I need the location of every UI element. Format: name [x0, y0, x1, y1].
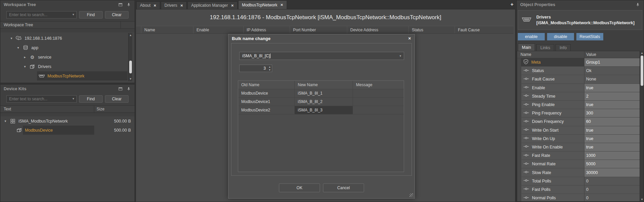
- device-kits-clear-button[interactable]: Clear: [105, 95, 129, 103]
- slot-icon: [523, 144, 529, 149]
- expander-icon[interactable]: ▸: [23, 55, 27, 59]
- close-icon[interactable]: ✕: [231, 4, 234, 7]
- expander-icon[interactable]: ▾: [3, 119, 7, 123]
- slot-icon: [523, 162, 529, 167]
- device-kits-search-box: ▼: [6, 95, 77, 103]
- selected-object-type: [iSMA_ModbusTcpNetwork::ModbusTcpNetwork…: [536, 20, 635, 26]
- ok-button[interactable]: OK: [279, 183, 320, 192]
- property-row[interactable]: Status Ok: [517, 67, 641, 75]
- tab-about[interactable]: About ✕: [136, 1, 160, 9]
- rename-row[interactable]: ModbusDevice2 iSMA_B_8I_3: [238, 106, 404, 114]
- device-kits-title: Device Kits: [4, 87, 26, 91]
- add-tab-button[interactable]: +: [510, 1, 513, 7]
- tab-drivers[interactable]: Drivers ✕: [161, 1, 187, 9]
- expander-icon[interactable]: ▾: [16, 46, 20, 49]
- kit-row[interactable]: ▾ iSMA_ModbusTcpNetwork 500.00 B: [1, 116, 134, 126]
- slot-icon: [523, 178, 529, 183]
- close-icon[interactable]: ✕: [153, 4, 156, 7]
- dialog-titlebar[interactable]: Bulk name change ✕: [228, 34, 415, 42]
- dialog-title: Bulk name change: [232, 36, 271, 41]
- tab-modbustcpnetwork[interactable]: ModbusTcpNetwork ✕: [238, 0, 287, 9]
- property-row[interactable]: Fast Polls 0: [517, 186, 641, 194]
- workspace-clear-button[interactable]: Clear: [105, 11, 129, 19]
- device-kits-search-input[interactable]: [7, 96, 76, 102]
- pin-icon[interactable]: [126, 2, 131, 7]
- tree-node-service[interactable]: ▸ ⚙ service: [1, 53, 128, 62]
- property-row[interactable]: Down Frequency 60: [517, 117, 641, 126]
- expander-icon[interactable]: ▾: [9, 36, 13, 40]
- pin-icon[interactable]: [126, 87, 131, 91]
- property-row[interactable]: Total Polls 0: [517, 177, 641, 186]
- property-row[interactable]: Ping Frequency 300: [517, 109, 641, 117]
- property-row[interactable]: Normal Rate 5000: [517, 160, 641, 168]
- slot-icon: [523, 153, 529, 158]
- tab-info[interactable]: Info: [556, 44, 571, 51]
- property-row[interactable]: Fast Rate 1000: [517, 152, 641, 160]
- close-icon[interactable]: ✕: [280, 3, 283, 7]
- properties-scrollbar[interactable]: ▲ ▼: [640, 51, 644, 202]
- bulk-name-change-dialog: Bulk name change ✕ iSMA_B_8I_[C] ▼ 3 ▲▼ …: [228, 34, 415, 199]
- selected-object-name: Drivers: [536, 14, 635, 20]
- workspace-tree-panel: Workspace Tree ▼ Find Clear Workspace Tr…: [0, 0, 135, 83]
- tree-node-drivers[interactable]: ▾ Drivers: [1, 62, 128, 71]
- minimize-icon[interactable]: [118, 87, 123, 91]
- cancel-button[interactable]: Cancel: [323, 183, 364, 192]
- property-row[interactable]: Fault Cause None: [517, 75, 641, 83]
- workspace-tree-header: Workspace Tree: [0, 21, 135, 29]
- tree-node-app[interactable]: ▾ app: [1, 43, 128, 52]
- property-row[interactable]: Slow Rate 30000: [517, 168, 641, 177]
- property-row[interactable]: Ping Enable true: [517, 101, 641, 109]
- app-window: Workspace Tree ▼ Find Clear Workspace Tr…: [0, 0, 644, 202]
- property-row[interactable]: Normal Polls 0: [517, 194, 641, 202]
- database-icon: [22, 45, 29, 50]
- spin-down-icon[interactable]: ▼: [269, 68, 271, 71]
- slot-icon: [523, 68, 529, 73]
- resetstats-button[interactable]: ResetStats: [576, 33, 603, 40]
- tab-main[interactable]: Main: [518, 43, 535, 51]
- workspace-tree-scrollbar[interactable]: ▲ ▼: [128, 33, 132, 81]
- property-row[interactable]: Enable true: [517, 84, 641, 92]
- rename-row[interactable]: ModbusDevice1 iSMA_B_8I_2: [238, 98, 404, 106]
- property-row[interactable]: Write On Start true: [517, 126, 641, 135]
- tab-links[interactable]: Links: [536, 44, 554, 51]
- tab-bar: About ✕ Drivers ✕ Application Manager ✕ …: [136, 0, 515, 9]
- selector-column: [136, 26, 141, 33]
- count-spinner[interactable]: 3 ▲▼: [239, 65, 272, 72]
- serial-port-icon: [522, 16, 532, 24]
- close-icon[interactable]: ✕: [408, 36, 411, 41]
- workspace-search-input[interactable]: [7, 11, 76, 18]
- disable-button[interactable]: disable: [547, 33, 574, 40]
- package-icon: [15, 128, 23, 132]
- tab-application-manager[interactable]: Application Manager ✕: [187, 1, 238, 9]
- name-pattern-combobox[interactable]: iSMA_B_8I_[C] ▼: [239, 52, 404, 60]
- rename-table-header: Old Name New Name Message: [238, 81, 404, 89]
- kit-size: 500.00 B: [114, 119, 131, 124]
- device-kits-body: ▾ iSMA_ModbusTcpNetwork 500.00 B ModbusD…: [1, 116, 134, 201]
- property-row[interactable]: Steady Time 2: [517, 92, 641, 101]
- device-kits-panel: Device Kits ▼ Find Clear Text Size ▾ iSM…: [0, 84, 135, 202]
- minimize-icon[interactable]: [118, 2, 123, 7]
- text-caret: [270, 54, 271, 58]
- device-kits-table-header: Text Size: [0, 105, 135, 113]
- kit-row[interactable]: ModbusDevice 500.00 B: [1, 126, 134, 135]
- expander-icon[interactable]: ▾: [23, 65, 27, 68]
- resize-grip[interactable]: [409, 193, 414, 197]
- property-row[interactable]: Write On Enable true: [517, 143, 641, 152]
- tree-node-modbustcpnetwork[interactable]: ModbusTcpNetwork: [37, 71, 128, 80]
- rename-row[interactable]: ModbusDevice iSMA_B_8I_1: [238, 89, 404, 98]
- chevron-down-icon[interactable]: ▼: [72, 97, 75, 100]
- chevron-down-icon[interactable]: ▼: [399, 55, 402, 58]
- pin-icon[interactable]: [635, 2, 640, 7]
- enable-button[interactable]: enable: [518, 33, 545, 40]
- shield-check-icon: [523, 59, 529, 66]
- spin-up-icon[interactable]: ▲: [269, 65, 271, 68]
- device-kits-find-button[interactable]: Find: [79, 95, 103, 103]
- close-icon[interactable]: ✕: [180, 4, 183, 7]
- property-row[interactable]: Write On Up true: [517, 135, 641, 143]
- workspace-find-button[interactable]: Find: [79, 11, 103, 19]
- workspace-search-box: ▼: [6, 11, 77, 19]
- property-row[interactable]: Meta Group1: [517, 58, 641, 67]
- chevron-down-icon[interactable]: ▼: [72, 13, 75, 16]
- tree-node-station[interactable]: ▾ ! 192.168.1.146:1876: [1, 34, 128, 43]
- workspace-tree-titlebar: Workspace Tree: [0, 0, 135, 9]
